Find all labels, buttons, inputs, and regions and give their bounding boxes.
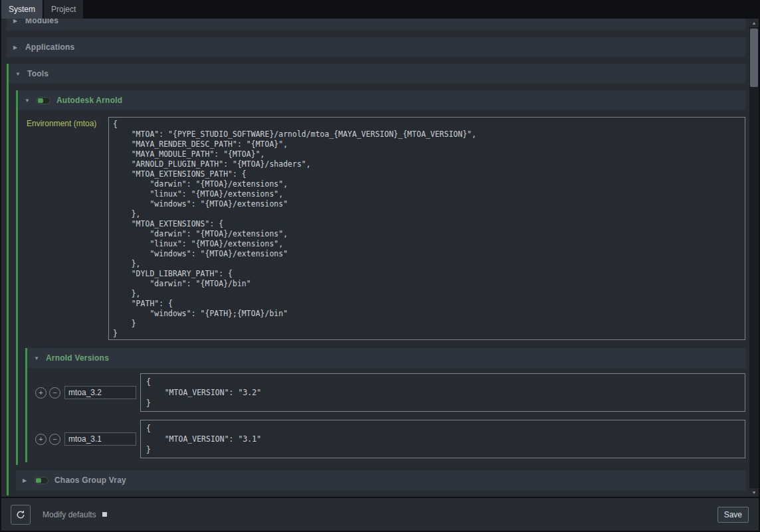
arnold-environment-textarea[interactable]: { "MTOA": "{PYPE_STUDIO_SOFTWARE}/arnold… xyxy=(108,117,745,340)
footer-bar: Modify defaults Save xyxy=(1,498,759,531)
version-json-textarea[interactable]: { "MTOA_VERSION": "3.1" } xyxy=(140,420,745,458)
version-row: + − { "MTOA_VERSION": "3.1" } xyxy=(27,420,745,458)
refresh-button[interactable] xyxy=(11,505,31,525)
remove-version-button[interactable]: − xyxy=(49,387,60,399)
refresh-icon xyxy=(15,509,26,520)
tab-system-label: System xyxy=(9,5,35,14)
version-name-input[interactable] xyxy=(64,386,136,399)
section-title-vray: Chaos Group Vray xyxy=(54,476,126,485)
section-header-tools[interactable]: ▼ Tools xyxy=(9,64,745,84)
section-tools: ▼ Tools ▼ Autodesk Arnold xyxy=(7,64,745,495)
environment-field-row: Environment (mtoa) { "MTOA": "{PYPE_STUD… xyxy=(25,117,745,340)
vray-enabled-toggle[interactable] xyxy=(35,477,48,484)
arnold-versions-body: + − { "MTOA_VERSION": "3.2" } + − xyxy=(27,368,745,462)
scroll-down-button[interactable]: ▼ xyxy=(749,488,759,497)
arnold-body: Environment (mtoa) { "MTOA": "{PYPE_STUD… xyxy=(18,117,745,465)
chevron-down-icon: ▼ xyxy=(34,355,40,361)
scrollbar-thumb[interactable] xyxy=(750,29,758,87)
settings-scroll-area: ▶ Modules ▶ Applications ▼ Tools ▼ xyxy=(1,19,749,497)
section-arnold-versions: ▼ Arnold Versions + − { "MTOA_VERSION": … xyxy=(25,348,745,462)
chevron-down-icon: ▼ xyxy=(15,71,21,77)
chevron-right-icon: ▶ xyxy=(13,44,19,50)
toggle-knob xyxy=(36,478,41,483)
section-header-arnold[interactable]: ▼ Autodesk Arnold xyxy=(18,90,745,110)
section-header-vray[interactable]: ▶ Chaos Group Vray xyxy=(16,470,745,490)
tab-system[interactable]: System xyxy=(1,0,43,19)
tab-project[interactable]: Project xyxy=(44,0,83,19)
environment-label: Environment (mtoa) xyxy=(25,117,108,128)
tab-project-label: Project xyxy=(51,5,76,14)
add-version-button[interactable]: + xyxy=(35,387,47,399)
section-title-modules: Modules xyxy=(25,19,58,25)
section-header-modules[interactable]: ▶ Modules xyxy=(7,19,745,31)
vertical-scrollbar[interactable]: ▲ ▼ xyxy=(749,19,759,497)
scroll-up-button[interactable]: ▲ xyxy=(749,19,759,27)
settings-window: System Project ▶ Modules ▶ Applications … xyxy=(0,0,760,532)
version-row: + − { "MTOA_VERSION": "3.2" } xyxy=(27,373,745,412)
arnold-enabled-toggle[interactable] xyxy=(37,97,50,104)
toggle-knob xyxy=(38,98,43,103)
section-title-tools: Tools xyxy=(27,69,48,78)
section-title-arnold-versions: Arnold Versions xyxy=(46,353,109,363)
version-name-input[interactable] xyxy=(64,432,136,446)
section-header-applications[interactable]: ▶ Applications xyxy=(7,37,745,57)
save-button[interactable]: Save xyxy=(717,507,749,523)
tabbar: System Project xyxy=(0,0,760,19)
settings-content: ▶ Modules ▶ Applications ▼ Tools ▼ xyxy=(1,19,749,495)
section-header-arnold-versions[interactable]: ▼ Arnold Versions xyxy=(27,348,745,368)
version-json-textarea[interactable]: { "MTOA_VERSION": "3.2" } xyxy=(140,373,745,412)
chevron-right-icon: ▶ xyxy=(23,478,29,484)
remove-version-button[interactable]: − xyxy=(49,434,60,445)
section-title-arnold: Autodesk Arnold xyxy=(56,96,122,105)
chevron-right-icon: ▶ xyxy=(13,19,19,24)
add-version-button[interactable]: + xyxy=(35,434,47,445)
section-title-applications: Applications xyxy=(25,43,74,52)
modify-defaults-checkbox[interactable] xyxy=(102,512,107,517)
chevron-down-icon: ▼ xyxy=(25,98,31,104)
tools-body: ▼ Autodesk Arnold Environment (mtoa) { "… xyxy=(9,90,745,495)
section-arnold: ▼ Autodesk Arnold Environment (mtoa) { "… xyxy=(16,90,745,465)
modify-defaults-label: Modify defaults xyxy=(43,510,96,519)
